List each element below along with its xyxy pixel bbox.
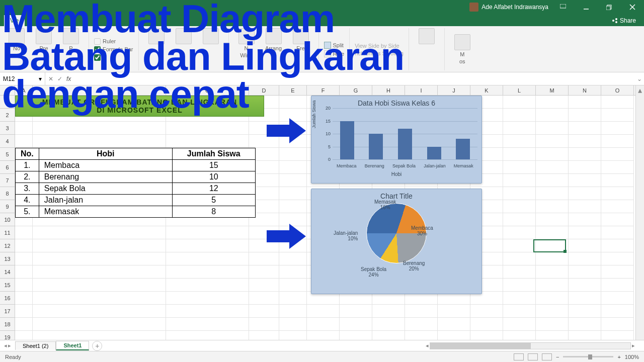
cell[interactable] bbox=[569, 279, 601, 292]
freeze-button[interactable]: Fre bbox=[288, 28, 313, 70]
zoom-button[interactable] bbox=[144, 28, 169, 70]
cell[interactable] bbox=[405, 318, 438, 331]
expand-formula-icon[interactable]: ⌄ bbox=[635, 72, 644, 85]
cell[interactable] bbox=[33, 122, 166, 135]
hscroll-right-icon[interactable]: ▸ bbox=[632, 342, 635, 349]
cell[interactable] bbox=[166, 279, 249, 292]
row-header[interactable]: 4 bbox=[0, 135, 15, 148]
view-pagelayout-icon[interactable] bbox=[528, 353, 538, 360]
row-header[interactable]: 3 bbox=[0, 122, 15, 135]
cell[interactable] bbox=[166, 239, 249, 252]
cell[interactable] bbox=[536, 226, 569, 239]
cell[interactable] bbox=[601, 187, 634, 200]
column-header[interactable]: N bbox=[569, 85, 601, 95]
fill-handle[interactable] bbox=[564, 250, 567, 253]
row-header[interactable]: 11 bbox=[0, 226, 15, 239]
new-window-button[interactable]: NWinc bbox=[234, 28, 259, 70]
cell[interactable] bbox=[33, 279, 166, 292]
cell[interactable] bbox=[503, 122, 536, 135]
cell[interactable] bbox=[569, 200, 601, 213]
cell[interactable] bbox=[279, 292, 307, 305]
ribbon-options-icon[interactable] bbox=[551, 0, 575, 14]
sheet-tab[interactable]: Sheet1 (2) bbox=[15, 341, 56, 350]
cell[interactable] bbox=[503, 174, 536, 187]
cell[interactable] bbox=[503, 109, 536, 122]
cell[interactable] bbox=[601, 318, 634, 331]
cell[interactable] bbox=[503, 187, 536, 200]
cell[interactable] bbox=[166, 292, 249, 305]
cell[interactable] bbox=[601, 305, 634, 318]
cell[interactable] bbox=[601, 174, 634, 187]
row-header[interactable]: 17 bbox=[0, 305, 15, 318]
cell[interactable] bbox=[279, 161, 307, 174]
cell[interactable] bbox=[536, 292, 569, 305]
cell[interactable] bbox=[249, 279, 279, 292]
cell[interactable] bbox=[166, 226, 249, 239]
cell[interactable] bbox=[33, 292, 166, 305]
cell[interactable] bbox=[536, 252, 569, 265]
scroll-up-icon[interactable]: ▴ bbox=[636, 85, 644, 94]
cell[interactable] bbox=[15, 226, 33, 239]
zoom-selection-button[interactable] bbox=[198, 28, 223, 70]
column-header[interactable]: L bbox=[503, 85, 536, 95]
cell[interactable] bbox=[15, 239, 33, 252]
cell[interactable] bbox=[470, 318, 503, 331]
cell[interactable] bbox=[15, 305, 33, 318]
cell[interactable] bbox=[279, 187, 307, 200]
cell[interactable] bbox=[249, 318, 279, 331]
cell[interactable] bbox=[536, 161, 569, 174]
cell[interactable] bbox=[279, 148, 307, 161]
sheet-nav[interactable]: ◂▸ bbox=[0, 342, 15, 349]
cell[interactable] bbox=[340, 318, 372, 331]
view-pagebreak-icon[interactable] bbox=[542, 353, 552, 360]
share-button[interactable]: Share bbox=[604, 15, 644, 26]
cell[interactable] bbox=[33, 239, 166, 252]
cell[interactable] bbox=[503, 305, 536, 318]
cell[interactable] bbox=[503, 213, 536, 226]
cell[interactable] bbox=[601, 109, 634, 122]
cell[interactable] bbox=[569, 109, 601, 122]
cell[interactable] bbox=[15, 252, 33, 265]
hscroll-left-icon[interactable]: ◂ bbox=[426, 342, 429, 349]
cell[interactable] bbox=[569, 252, 601, 265]
cell[interactable] bbox=[503, 252, 536, 265]
cell[interactable] bbox=[249, 292, 279, 305]
column-header[interactable]: H bbox=[372, 85, 405, 95]
cell[interactable] bbox=[15, 292, 33, 305]
close-icon[interactable] bbox=[621, 0, 644, 14]
select-all-corner[interactable] bbox=[0, 85, 15, 95]
cell[interactable] bbox=[569, 226, 601, 239]
cell[interactable] bbox=[536, 174, 569, 187]
minimize-icon[interactable] bbox=[575, 0, 598, 14]
cell[interactable] bbox=[503, 279, 536, 292]
cell[interactable] bbox=[536, 213, 569, 226]
hide-button[interactable]: Hide bbox=[324, 50, 345, 57]
cell[interactable] bbox=[503, 318, 536, 331]
cell[interactable] bbox=[15, 265, 33, 279]
cell[interactable] bbox=[166, 252, 249, 265]
cell[interactable] bbox=[15, 122, 33, 135]
cell[interactable] bbox=[536, 96, 569, 109]
formula-input[interactable] bbox=[74, 72, 635, 85]
pie-chart[interactable]: Chart Title Memasak16% Jalan-jalan10% Se… bbox=[311, 189, 482, 294]
row-header[interactable]: 7 bbox=[0, 174, 15, 187]
row-header[interactable]: 9 bbox=[0, 200, 15, 213]
cell[interactable] bbox=[569, 265, 601, 279]
cell[interactable] bbox=[569, 305, 601, 318]
cell[interactable] bbox=[536, 135, 569, 148]
zoom-out-icon[interactable]: − bbox=[556, 354, 559, 360]
pagebreak-button[interactable]: Pre bbox=[31, 28, 56, 70]
row-header[interactable]: 18 bbox=[0, 318, 15, 331]
cell[interactable] bbox=[601, 96, 634, 109]
row-header[interactable]: 6 bbox=[0, 161, 15, 174]
cell[interactable] bbox=[503, 226, 536, 239]
row-header[interactable]: 12 bbox=[0, 239, 15, 252]
cell[interactable] bbox=[503, 200, 536, 213]
column-header[interactable]: D bbox=[249, 85, 279, 95]
gridlines-checkbox[interactable] bbox=[94, 54, 133, 61]
cell[interactable] bbox=[249, 305, 279, 318]
view-normal-icon[interactable] bbox=[514, 353, 524, 360]
cell[interactable] bbox=[536, 122, 569, 135]
zoom100-button[interactable] bbox=[171, 28, 196, 70]
cell[interactable] bbox=[536, 148, 569, 161]
